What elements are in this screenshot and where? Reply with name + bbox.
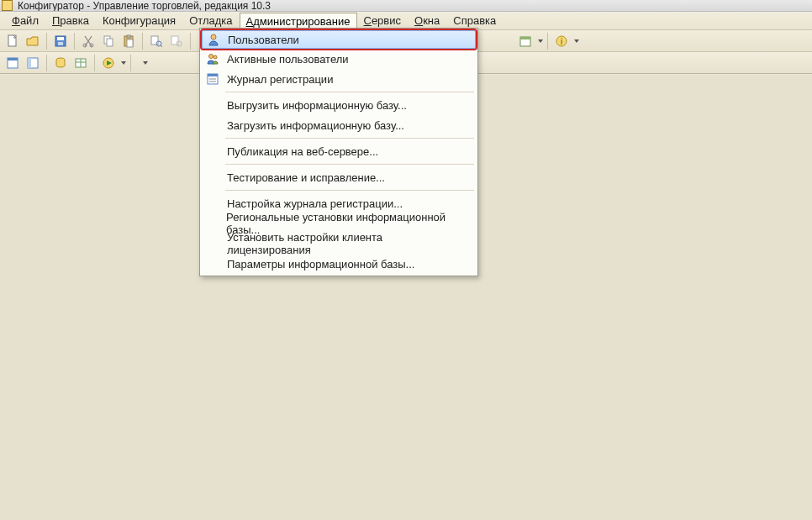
- blank-icon: [205, 97, 220, 113]
- menu-item[interactable]: Параметры информационной базы...: [202, 254, 476, 274]
- svg-rect-3: [58, 42, 63, 45]
- save-button[interactable]: [51, 32, 70, 50]
- menu-item-label: Параметры информационной базы...: [227, 258, 414, 271]
- paste-button[interactable]: [119, 32, 138, 50]
- menu-divider: [225, 138, 474, 139]
- journal-icon: [205, 71, 220, 87]
- play-button[interactable]: [99, 54, 118, 72]
- db-button[interactable]: [51, 54, 70, 72]
- svg-rect-11: [151, 36, 158, 45]
- find-next-button[interactable]: [167, 32, 186, 50]
- menu-item-сервис[interactable]: Сервис: [357, 12, 409, 29]
- overflow-button[interactable]: [135, 54, 154, 72]
- menu-item-отладка[interactable]: Отладка: [182, 12, 239, 29]
- menu-item-label: Публикация на веб-сервере...: [227, 145, 378, 158]
- svg-rect-23: [28, 58, 31, 68]
- find-button[interactable]: [147, 32, 166, 50]
- svg-rect-9: [127, 35, 130, 38]
- new-file-button[interactable]: [3, 32, 22, 50]
- menu-item[interactable]: Тестирование и исправление...: [202, 167, 476, 187]
- panel1-button[interactable]: [3, 54, 22, 72]
- menu-item-label: Активные пользователи: [227, 53, 349, 66]
- svg-point-31: [209, 55, 214, 59]
- menu-item[interactable]: Журнал регистрации: [202, 69, 476, 89]
- svg-rect-14: [171, 36, 178, 45]
- blank-icon: [205, 144, 220, 159]
- blank-icon: [205, 118, 220, 133]
- svg-rect-7: [107, 39, 113, 46]
- menu-divider: [225, 190, 474, 191]
- menu-item[interactable]: Выгрузить информационную базу...: [202, 95, 476, 115]
- menu-item-label: Пользователи: [228, 34, 299, 46]
- menu-item[interactable]: Активные пользователи: [202, 49, 476, 69]
- menu-item-администрирование[interactable]: Администрирование: [240, 13, 357, 29]
- panel2-button[interactable]: [24, 54, 42, 72]
- menu-divider: [225, 92, 474, 92]
- window-title: Конфигуратор - Управление торговлей, ред…: [18, 0, 271, 12]
- menu-item-окна[interactable]: Окна: [408, 12, 446, 29]
- svg-rect-2: [57, 37, 64, 40]
- menu-item[interactable]: Установить настройки клиента лицензирова…: [202, 234, 476, 254]
- dropdown-arrow-icon[interactable]: [574, 39, 579, 43]
- menu-item-файл[interactable]: Файл: [5, 12, 45, 29]
- menu-item-label: Настройка журнала регистрации...: [227, 197, 403, 210]
- menu-item-label: Загрузить информационную базу...: [227, 119, 404, 132]
- help-button[interactable]: i: [552, 32, 571, 50]
- blank-icon: [205, 196, 220, 211]
- svg-rect-10: [127, 39, 133, 47]
- table-button[interactable]: [71, 54, 90, 72]
- open-folder-button[interactable]: [24, 32, 42, 50]
- menu-item-справка[interactable]: Справка: [446, 12, 503, 29]
- menu-item[interactable]: Загрузить информационную базу...: [202, 115, 476, 135]
- menu-item-правка[interactable]: Правка: [45, 12, 96, 29]
- admin-dropdown-menu: ПользователиАктивные пользователиЖурнал …: [199, 28, 478, 276]
- app-icon: [2, 0, 13, 11]
- menu-item-label: Выгрузить информационную базу...: [227, 99, 407, 112]
- menu-item-label: Журнал регистрации: [227, 73, 333, 86]
- copy-button[interactable]: [99, 32, 118, 50]
- dropdown-arrow-icon[interactable]: [121, 61, 126, 65]
- blank-icon: [205, 216, 219, 231]
- dropdown-arrow-icon[interactable]: [538, 39, 543, 43]
- svg-point-32: [214, 55, 217, 59]
- menu-item[interactable]: Пользователи: [202, 30, 476, 49]
- svg-point-30: [211, 34, 216, 39]
- blank-icon: [205, 170, 220, 185]
- menu-item-конфигурация[interactable]: Конфигурация: [96, 12, 182, 29]
- svg-rect-17: [520, 37, 530, 39]
- svg-line-13: [161, 45, 162, 47]
- blank-icon: [205, 256, 220, 271]
- menu-divider: [225, 164, 474, 165]
- svg-text:i: i: [561, 37, 562, 46]
- svg-rect-21: [8, 58, 18, 60]
- svg-rect-34: [208, 74, 218, 76]
- blank-icon: [205, 236, 220, 251]
- titlebar: Конфигуратор - Управление торговлей, ред…: [0, 0, 812, 12]
- menu-item[interactable]: Публикация на веб-сервере...: [202, 141, 476, 161]
- cut-button[interactable]: [79, 32, 98, 50]
- user-icon: [206, 32, 221, 47]
- calendar-button[interactable]: [516, 32, 535, 50]
- menu-item-label: Тестирование и исправление...: [227, 171, 385, 184]
- users-icon: [205, 51, 220, 66]
- menu-item-label: Установить настройки клиента лицензирова…: [227, 231, 469, 256]
